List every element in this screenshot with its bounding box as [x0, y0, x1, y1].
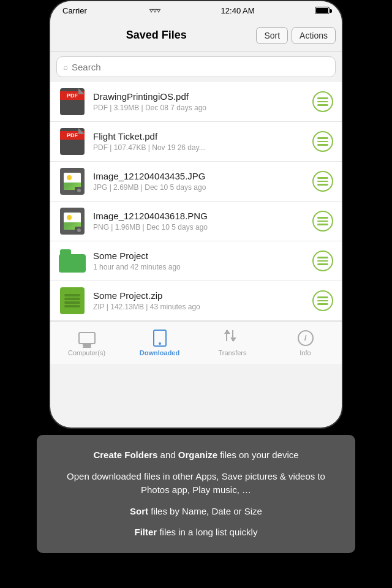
file-menu-button[interactable]	[312, 91, 333, 112]
folder-icon	[59, 249, 86, 273]
phone-frame: Carrier ▿▿▿ 12:40 AM Saved Files Sort Ac…	[49, 0, 343, 429]
tab-downloaded-label: Downloaded	[140, 349, 179, 356]
transfers-icon	[224, 330, 242, 347]
zip-icon	[60, 287, 85, 314]
actions-button[interactable]: Actions	[292, 27, 336, 44]
promo-line-1: Create Folders and Organize files on you…	[55, 448, 337, 462]
pdf-icon	[60, 128, 85, 155]
search-container: ⌕	[50, 51, 342, 82]
file-icon-png	[59, 208, 86, 235]
file-name: Some Project	[93, 251, 305, 261]
file-menu-button[interactable]	[312, 211, 333, 232]
file-meta: JPG | 2.69MB | Dec 10 5 days ago	[93, 183, 305, 192]
promo-sort-text: files by Name, Date or Size	[148, 506, 262, 516]
file-name: Image_121204043618.PNG	[93, 211, 305, 221]
pdf-icon	[60, 88, 85, 115]
nav-buttons: Sort Actions	[256, 27, 336, 44]
search-bar: ⌕	[56, 56, 336, 77]
file-info: DrawingPrintingiOS.pdf PDF | 3.19MB | De…	[93, 91, 305, 112]
file-meta: ZIP | 142.13MB | 43 minutes ago	[93, 303, 305, 311]
promo-sort-bold: Sort	[130, 506, 148, 516]
page-title: Saved Files	[56, 29, 256, 42]
promo-line-4: Filter files in a long list quickly	[55, 526, 337, 540]
promo-filter-text: files in a long list quickly	[157, 527, 257, 537]
tab-computers[interactable]: Computer(s)	[50, 330, 123, 356]
file-icon-folder	[59, 247, 86, 274]
file-info: Flight Ticket.pdf PDF | 107.47KB | Nov 1…	[93, 131, 305, 152]
promo-bold-1: Create Folders	[93, 450, 157, 460]
file-meta: PNG | 1.96MB | Dec 10 5 days ago	[93, 223, 305, 232]
file-menu-button[interactable]	[312, 131, 333, 152]
file-menu-button[interactable]	[312, 251, 333, 271]
file-menu-button[interactable]	[312, 290, 333, 311]
tab-bar: Computer(s) Downloaded Transfers i Info	[50, 321, 342, 364]
tab-computers-label: Computer(s)	[68, 349, 105, 356]
tab-downloaded[interactable]: Downloaded	[123, 330, 196, 356]
jpg-icon	[60, 168, 85, 195]
file-list: DrawingPrintingiOS.pdf PDF | 3.19MB | De…	[50, 82, 342, 321]
file-info: Some Project 1 hour and 42 minutes ago	[93, 251, 305, 271]
file-name: Flight Ticket.pdf	[93, 131, 305, 141]
promo-line-3: Sort files by Name, Date or Size	[55, 505, 337, 519]
list-item[interactable]: DrawingPrintingiOS.pdf PDF | 3.19MB | De…	[50, 82, 342, 122]
file-name: DrawingPrintingiOS.pdf	[93, 91, 305, 102]
file-icon-zip	[59, 287, 86, 314]
promo-text-2: files on your device	[217, 450, 299, 460]
list-item[interactable]: Some Project 1 hour and 42 minutes ago	[50, 241, 342, 281]
search-icon: ⌕	[63, 62, 68, 72]
png-icon	[60, 208, 85, 235]
list-item[interactable]: Image_121204043618.PNG PNG | 1.96MB | De…	[50, 202, 342, 241]
list-item[interactable]: Flight Ticket.pdf PDF | 107.47KB | Nov 1…	[50, 122, 342, 162]
promo-text-1: and	[157, 450, 178, 460]
list-item[interactable]: Some Project.zip ZIP | 142.13MB | 43 min…	[50, 281, 342, 321]
sort-button[interactable]: Sort	[256, 27, 288, 44]
tab-info[interactable]: i Info	[269, 330, 342, 356]
list-item[interactable]: Image_121204043435.JPG JPG | 2.69MB | De…	[50, 162, 342, 202]
file-meta: 1 hour and 42 minutes ago	[93, 263, 305, 271]
tab-transfers-label: Transfers	[218, 349, 246, 356]
file-icon-jpg	[59, 168, 86, 195]
file-menu-button[interactable]	[312, 171, 333, 192]
file-meta: PDF | 107.47KB | Nov 19 26 day...	[93, 143, 305, 152]
tab-info-label: Info	[300, 349, 311, 356]
time-label: 12:40 AM	[221, 6, 255, 15]
computer-icon	[78, 330, 96, 347]
tab-transfers[interactable]: Transfers	[196, 330, 269, 356]
carrier-label: Carrier	[62, 6, 87, 15]
tablet-icon	[151, 330, 169, 347]
nav-bar: Saved Files Sort Actions	[50, 20, 342, 51]
file-name: Some Project.zip	[93, 290, 305, 301]
wifi-icon: ▿▿▿	[149, 6, 160, 15]
file-info: Image_121204043435.JPG JPG | 2.69MB | De…	[93, 171, 305, 192]
file-meta: PDF | 3.19MB | Dec 08 7 days ago	[93, 104, 305, 112]
promo-line-2: Open downloaded files in other Apps, Sav…	[55, 470, 337, 497]
file-info: Image_121204043618.PNG PNG | 1.96MB | De…	[93, 211, 305, 232]
promo-section: Create Folders and Organize files on you…	[37, 435, 355, 553]
status-bar: Carrier ▿▿▿ 12:40 AM	[50, 1, 342, 20]
promo-bold-2: Organize	[178, 450, 217, 460]
search-input[interactable]	[72, 62, 329, 72]
file-info: Some Project.zip ZIP | 142.13MB | 43 min…	[93, 290, 305, 311]
info-icon: i	[296, 330, 315, 347]
file-icon-pdf	[59, 88, 86, 115]
promo-filter-bold: Filter	[135, 527, 157, 537]
file-icon-pdf	[59, 128, 86, 155]
battery-icon	[315, 7, 330, 14]
file-name: Image_121204043435.JPG	[93, 171, 305, 181]
